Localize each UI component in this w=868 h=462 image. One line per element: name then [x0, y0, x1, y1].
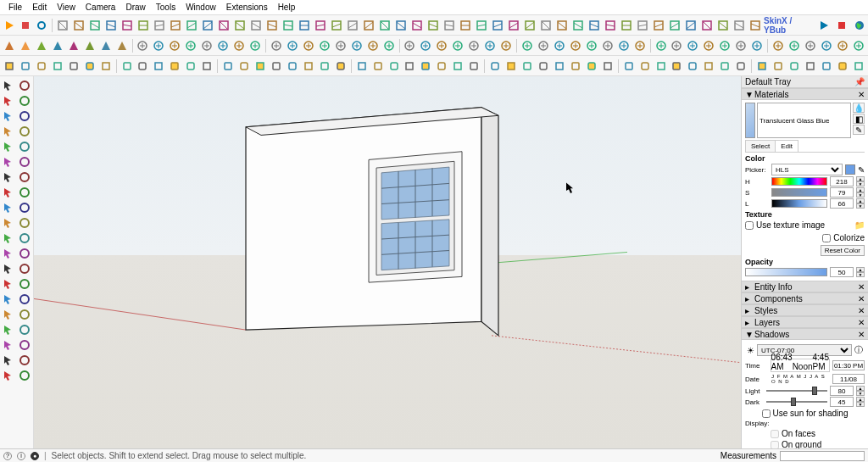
tool2-icon-24[interactable]	[403, 38, 418, 53]
tool-icon-38[interactable]	[667, 18, 682, 33]
tool2-icon-17[interactable]	[285, 38, 300, 53]
hue-input[interactable]	[830, 176, 854, 186]
tool3-icon-7[interactable]	[120, 58, 135, 74]
tool-icon-26[interactable]	[474, 18, 489, 33]
look-icon[interactable]	[2, 276, 16, 291]
tool-icon-14[interactable]	[281, 18, 296, 33]
lt-icon[interactable]	[2, 368, 16, 382]
arc-icon[interactable]	[2, 109, 16, 123]
tool3-icon-1[interactable]	[18, 58, 33, 74]
menu-draw[interactable]: Draw	[120, 1, 150, 14]
lt-icon[interactable]	[2, 337, 16, 352]
move-icon[interactable]	[18, 139, 32, 153]
dark-spinner[interactable]: ▲▼	[856, 397, 865, 407]
light-input[interactable]	[830, 386, 854, 396]
tool3-icon-29[interactable]	[487, 58, 503, 74]
tool3-icon-11[interactable]	[183, 58, 198, 74]
tool3-icon-36[interactable]	[600, 58, 615, 74]
picker-select[interactable]: HLS	[771, 164, 843, 175]
tool2-icon-39[interactable]	[654, 38, 669, 53]
tool-icon-32[interactable]	[570, 18, 586, 33]
pencil-icon[interactable]	[2, 93, 16, 108]
tool2-icon-26[interactable]	[434, 38, 449, 53]
lt-icon[interactable]	[18, 337, 32, 352]
tool2-icon-44[interactable]	[733, 38, 748, 53]
tool2-icon-2[interactable]	[34, 38, 49, 53]
tool-icon-18[interactable]	[345, 18, 360, 33]
tool3-icon-26[interactable]	[434, 58, 449, 74]
tool2-icon-36[interactable]	[600, 38, 615, 53]
browse-texture-icon[interactable]: 📁	[854, 220, 865, 230]
tool-icon-16[interactable]	[313, 18, 328, 33]
entity-info-header[interactable]: ▸Entity Info✕	[742, 281, 868, 292]
shape-icon[interactable]	[18, 109, 32, 123]
tool2-icon-9[interactable]	[151, 38, 166, 53]
tool2-icon-34[interactable]	[568, 38, 583, 53]
tool3-icon-40[interactable]	[670, 58, 685, 74]
pushpull-icon[interactable]	[18, 170, 32, 184]
play-icon[interactable]	[2, 18, 17, 33]
tool-icon-40[interactable]	[699, 18, 715, 33]
lt-icon[interactable]	[18, 276, 32, 291]
tool2-icon-14[interactable]	[231, 38, 247, 53]
tool2-icon-37[interactable]	[616, 38, 632, 53]
rotate-icon[interactable]	[2, 154, 16, 169]
tool-icon-30[interactable]	[538, 18, 554, 33]
tool3-icon-38[interactable]	[637, 58, 653, 74]
menu-edit[interactable]: Edit	[27, 1, 52, 14]
tool2-icon-15[interactable]	[248, 38, 263, 53]
lt-icon[interactable]	[18, 368, 32, 382]
components-header[interactable]: ▸Components✕	[742, 292, 868, 304]
reset-color-button[interactable]: Reset Color	[821, 245, 865, 256]
sat-input[interactable]	[830, 187, 854, 198]
shadows-header[interactable]: ▼Shadows✕	[742, 328, 868, 340]
tool2-icon-23[interactable]	[381, 38, 397, 53]
tool3-icon-13[interactable]	[220, 58, 236, 74]
tool2-icon-19[interactable]	[317, 38, 332, 53]
loop-icon[interactable]	[34, 18, 49, 33]
tool2-icon-38[interactable]	[632, 38, 648, 53]
tool2-icon-46[interactable]	[771, 38, 786, 53]
time-input[interactable]	[832, 360, 865, 370]
tool3-icon-3[interactable]	[50, 58, 65, 74]
color-swatch-icon[interactable]	[845, 164, 855, 175]
record-icon[interactable]	[834, 18, 849, 33]
tray-title-bar[interactable]: Default Tray 📌	[742, 76, 868, 88]
info-icon[interactable]: i	[17, 452, 25, 460]
tool-icon-25[interactable]	[458, 18, 473, 33]
date-slider[interactable]: J F M A M J J A S O N D	[771, 373, 830, 385]
tool-icon-12[interactable]	[248, 18, 264, 33]
scale-icon[interactable]	[18, 154, 32, 169]
tool2-icon-21[interactable]	[349, 38, 364, 53]
tool3-icon-16[interactable]	[269, 58, 284, 74]
line-icon[interactable]	[18, 93, 32, 108]
dims-icon[interactable]	[2, 215, 16, 230]
opacity-input[interactable]	[830, 267, 854, 277]
tool3-icon-9[interactable]	[151, 58, 166, 74]
axes-icon[interactable]	[18, 215, 32, 230]
tool2-icon-45[interactable]	[749, 38, 765, 53]
tool-icon-15[interactable]	[297, 18, 312, 33]
tool2-icon-30[interactable]	[498, 38, 514, 53]
sat-spinner[interactable]: ▲▼	[856, 187, 865, 198]
shadow-toggle-icon[interactable]: ☀	[747, 346, 754, 355]
sample-paint-icon[interactable]: 💧	[853, 103, 865, 113]
tool2-icon-28[interactable]	[466, 38, 481, 53]
tool-icon-36[interactable]	[635, 18, 650, 33]
tool2-icon-50[interactable]	[835, 38, 850, 53]
tool2-icon-25[interactable]	[418, 38, 433, 53]
on-faces-checkbox[interactable]	[771, 430, 779, 438]
styles-header[interactable]: ▸Styles✕	[742, 304, 868, 316]
menu-tools[interactable]: Tools	[151, 1, 181, 14]
followme-icon[interactable]	[2, 185, 16, 199]
tool2-icon-10[interactable]	[167, 38, 182, 53]
tool2-icon-20[interactable]	[333, 38, 348, 53]
tool3-icon-48[interactable]	[803, 58, 818, 74]
lt-icon[interactable]	[18, 307, 32, 321]
tool3-icon-42[interactable]	[701, 58, 716, 74]
tool2-icon-4[interactable]	[66, 38, 81, 53]
sat-slider[interactable]	[771, 188, 827, 197]
menu-view[interactable]: View	[52, 1, 81, 14]
tool2-icon-13[interactable]	[215, 38, 231, 53]
person-icon[interactable]: ●	[31, 452, 39, 460]
